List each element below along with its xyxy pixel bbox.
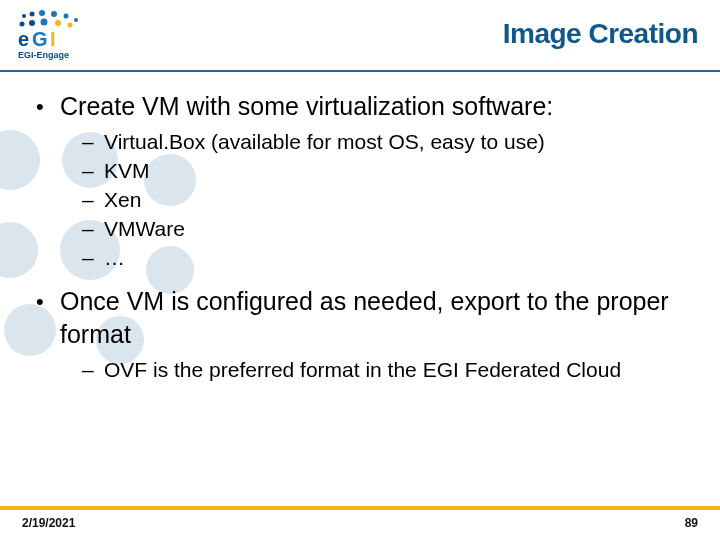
svg-point-16 — [41, 19, 48, 26]
bullet-text: Virtual.Box (available for most OS, easy… — [104, 128, 545, 157]
svg-text:e: e — [18, 28, 29, 50]
bullet-text: OVF is the preferred format in the EGI F… — [104, 356, 621, 385]
bullet-dash-icon: – — [82, 186, 98, 215]
header-rule — [0, 70, 720, 72]
sublist: –OVF is the preferred format in the EGI … — [82, 356, 684, 385]
svg-point-11 — [51, 11, 57, 17]
svg-point-10 — [39, 10, 45, 16]
content: • Create VM with some virtualization sof… — [0, 90, 720, 385]
page-number: 89 — [685, 516, 698, 530]
bullet-dot-icon: • — [36, 90, 50, 124]
bullet-dash-icon: – — [82, 128, 98, 157]
bullet-text: Create VM with some virtualization softw… — [60, 90, 553, 124]
bullet-text: VMWare — [104, 215, 185, 244]
footer-accent-bar — [0, 506, 720, 510]
bullet-dash-icon: – — [82, 157, 98, 186]
bullet-dash-icon: – — [82, 356, 98, 385]
svg-point-17 — [55, 20, 61, 26]
svg-point-14 — [20, 22, 25, 27]
logo-subtext: EGI-Engage — [18, 50, 69, 60]
footer: 2/19/2021 89 — [0, 516, 720, 530]
slide: e G I EGI-Engage Image Creation • Create… — [0, 0, 720, 540]
bullet-text: Xen — [104, 186, 141, 215]
slide-title: Image Creation — [503, 18, 698, 50]
svg-point-18 — [68, 23, 73, 28]
bullet-text: KVM — [104, 157, 150, 186]
bullet-level1: • Once VM is configured as needed, expor… — [36, 285, 684, 353]
svg-point-9 — [30, 12, 35, 17]
bullet-text: … — [104, 244, 125, 273]
header: e G I EGI-Engage Image Creation — [0, 0, 720, 60]
bullet-dash-icon: – — [82, 215, 98, 244]
bullet-text: Once VM is configured as needed, export … — [60, 285, 684, 353]
svg-text:G: G — [32, 28, 48, 50]
bullet-level1: • Create VM with some virtualization sof… — [36, 90, 684, 124]
svg-point-15 — [29, 20, 35, 26]
sublist: –Virtual.Box (available for most OS, eas… — [82, 128, 684, 273]
svg-text:I: I — [50, 28, 56, 50]
logo: e G I EGI-Engage — [12, 8, 102, 60]
svg-point-12 — [64, 14, 69, 19]
egi-engage-logo-icon: e G I EGI-Engage — [12, 8, 102, 60]
bullet-dot-icon: • — [36, 285, 50, 353]
svg-point-13 — [74, 18, 78, 22]
footer-date: 2/19/2021 — [22, 516, 75, 530]
bullet-dash-icon: – — [82, 244, 98, 273]
svg-point-8 — [22, 14, 26, 18]
